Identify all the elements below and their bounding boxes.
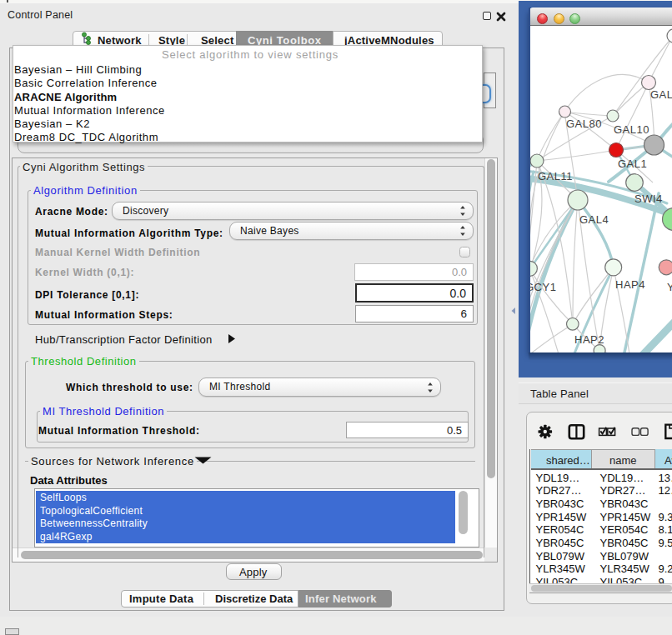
svg-text:GAL2: GAL2 xyxy=(650,88,672,101)
svg-text:HAP4: HAP4 xyxy=(615,278,645,291)
svg-text:SWI4: SWI4 xyxy=(634,192,663,205)
svg-text:GAL1: GAL1 xyxy=(618,158,647,170)
svg-text:GAL10: GAL10 xyxy=(614,123,649,136)
svg-text:GAL80: GAL80 xyxy=(566,118,602,130)
svg-text:GAL4: GAL4 xyxy=(579,213,609,226)
svg-text:YM: YM xyxy=(667,281,672,293)
svg-text:HAP2: HAP2 xyxy=(574,333,604,346)
svg-text:GCY1: GCY1 xyxy=(530,281,556,293)
svg-text:GAL11: GAL11 xyxy=(538,170,573,182)
